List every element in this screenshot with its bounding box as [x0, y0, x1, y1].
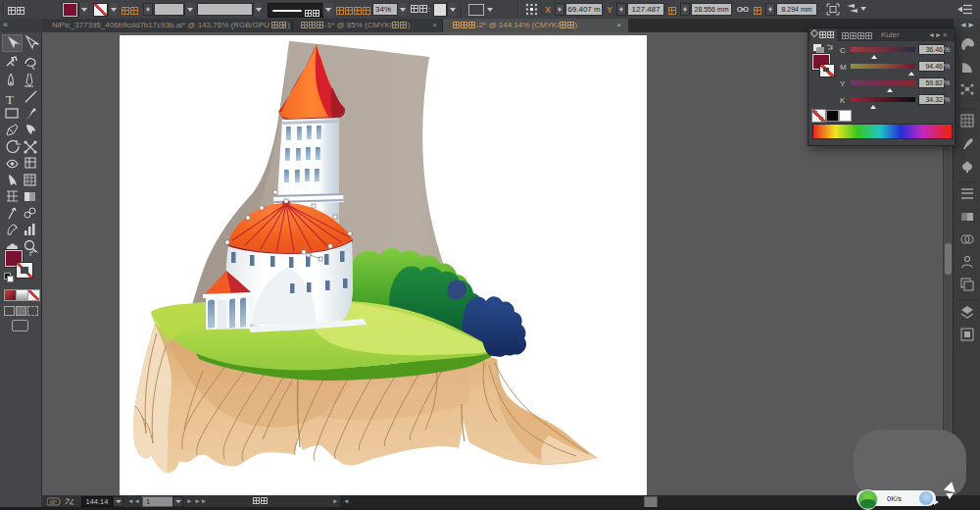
svg-text:T: T: [6, 92, 14, 107]
